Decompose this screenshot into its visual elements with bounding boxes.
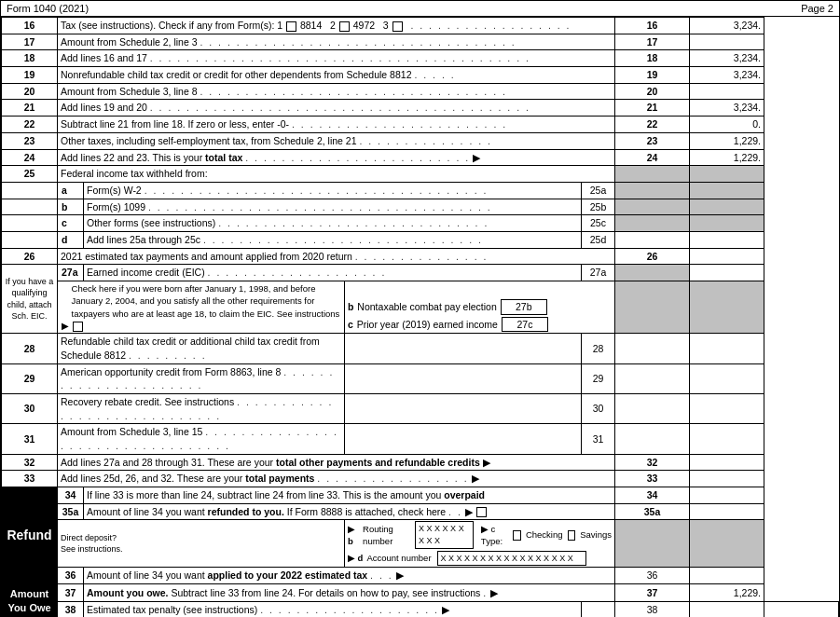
- line-30-label: Recovery rebate credit. See instructions…: [58, 393, 345, 423]
- line-32-num: 32: [2, 454, 58, 471]
- type-label: ▶ c Type:: [481, 523, 509, 548]
- line-25a-num: [2, 182, 58, 199]
- line-25d-subamount: [615, 231, 690, 248]
- line-25b-label: Form(s) 1099 . . . . . . . . . . . . . .…: [84, 199, 582, 215]
- table-row: 38 Estimated tax penalty (see instructio…: [2, 601, 839, 617]
- table-row: Direct deposit?See instructions. ▶ b Rou…: [2, 520, 839, 568]
- table-row: 30 Recovery rebate credit. See instructi…: [2, 393, 839, 423]
- line-26-num: 26: [2, 248, 58, 265]
- line-37-label: Amount you owe. Subtract line 33 from li…: [84, 583, 615, 601]
- table-row: Refund 34 If line 33 is more than line 2…: [2, 487, 839, 504]
- line-20-ref: 20: [615, 83, 690, 100]
- line-26-ref: 26: [615, 248, 690, 265]
- checkbox-checking[interactable]: [513, 530, 521, 541]
- line-27b-label: Nontaxable combat pay election: [357, 300, 496, 314]
- line-21-amount: 3,234.: [690, 100, 764, 117]
- line-25c-sublabel: c: [58, 215, 84, 232]
- line-31-label: Amount from Schedule 3, line 15 . . . . …: [58, 424, 345, 454]
- line-33-label: Add lines 25d, 26, and 32. These are you…: [58, 471, 615, 487]
- line-18-ref: 18: [615, 50, 690, 67]
- line-28-num: 28: [2, 334, 58, 363]
- line-18-amount: 3,234.: [690, 50, 764, 67]
- line-35a-num: 35a: [58, 503, 84, 520]
- line-27a-subamount: [615, 265, 690, 281]
- table-row: 35a Amount of line 34 you want refunded …: [2, 503, 839, 520]
- line-28-amount: [690, 334, 764, 363]
- table-row: 16 Tax (see instructions). Check if any …: [2, 18, 839, 34]
- line-25-num: 25: [2, 166, 58, 183]
- line-25a-amount: [690, 182, 764, 199]
- line-19-amount: 3,234.: [690, 67, 764, 84]
- line-16-ref: 16: [615, 18, 690, 34]
- table-row: 24 Add lines 22 and 23. This is your tot…: [2, 149, 839, 166]
- checkbox-4972[interactable]: [339, 21, 350, 32]
- line-23-num: 23: [2, 132, 58, 149]
- line-27a-label: Earned income credit (EIC) . . . . . . .…: [84, 265, 582, 281]
- routing-gray: [615, 520, 690, 568]
- line-25d-sublabel: d: [58, 231, 84, 248]
- line-25b-subnum: 25b: [582, 199, 615, 215]
- line-21-ref: 21: [615, 100, 690, 117]
- savings-label: Savings: [580, 528, 612, 541]
- line-36-num: 36: [58, 568, 84, 584]
- line-35a-label: Amount of line 34 you want refunded to y…: [84, 503, 615, 520]
- table-row: 18 Add lines 16 and 17 . . . . . . . . .…: [2, 50, 839, 67]
- line-38-amount: [764, 601, 839, 617]
- line-18-label: Add lines 16 and 17 . . . . . . . . . . …: [58, 50, 615, 67]
- line-27a-amount: [690, 265, 764, 281]
- table-row: 19 Nonrefundable child tax credit or cre…: [2, 67, 839, 84]
- line-30-num: 30: [2, 393, 58, 423]
- table-row: 33 Add lines 25d, 26, and 32. These are …: [2, 471, 839, 487]
- line-33-num: 33: [2, 471, 58, 487]
- line-38-label: Estimated tax penalty (see instructions)…: [84, 601, 582, 617]
- checkbox-8814[interactable]: [286, 21, 296, 32]
- line-27bc-container: b Nontaxable combat pay election 27b c P…: [344, 281, 614, 334]
- line-37-amount: 1,229.: [690, 583, 764, 601]
- line-31-num: 31: [2, 424, 58, 454]
- line-25c-subamount: [615, 215, 690, 232]
- direct-deposit-label: Direct deposit?See instructions.: [58, 520, 345, 568]
- table-row: 25 Federal income tax withheld from:: [2, 166, 839, 183]
- table-row: 36 Amount of line 34 you want applied to…: [2, 568, 839, 584]
- line-25c-label: Other forms (see instructions) . . . . .…: [84, 215, 582, 232]
- line-34-amount: [690, 487, 764, 504]
- line-32-amount: [690, 454, 764, 471]
- line-34-label: If line 33 is more than line 24, subtrac…: [84, 487, 615, 504]
- line-32-label: Add lines 27a and 28 through 31. These a…: [58, 454, 615, 471]
- line-35a-ref: 35a: [615, 503, 690, 520]
- form-page: Form 1040 (2021) Page 2 16 Tax (see inst…: [0, 0, 840, 617]
- line-29-label: American opportunity credit from Form 88…: [58, 363, 345, 393]
- routing-gray2: [690, 520, 764, 568]
- line-26-amount: [690, 248, 764, 265]
- table-row: 23 Other taxes, including self-employmen…: [2, 132, 839, 149]
- line-25d-amount: [690, 231, 764, 248]
- checkbox-3[interactable]: [392, 21, 403, 32]
- line-18-num: 18: [2, 50, 58, 67]
- checkbox-8888[interactable]: [476, 507, 487, 517]
- routing-number-field[interactable]: X X X X X X X X X: [415, 521, 474, 548]
- table-row: 21 Add lines 19 and 20 . . . . . . . . .…: [2, 100, 839, 117]
- line-37-ref: 37: [615, 583, 690, 601]
- checkbox-savings[interactable]: [568, 530, 576, 541]
- line-38-subamount: [690, 601, 764, 617]
- line-35a-amount: [690, 503, 764, 520]
- routing-b-label: ▶ b: [348, 523, 359, 548]
- line-19-num: 19: [2, 67, 58, 84]
- account-d-label: ▶ d: [348, 552, 363, 564]
- checkbox-eic[interactable]: [73, 322, 83, 332]
- line-25a-subnum: 25a: [582, 182, 615, 199]
- line-22-label: Subtract line 21 from line 18. If zero o…: [58, 117, 615, 133]
- line-27b-subnum: 27b: [501, 299, 547, 315]
- line-38-subnum: 38: [615, 601, 690, 617]
- line-22-ref: 22: [615, 117, 690, 133]
- line-27c-sublabel: c: [348, 318, 353, 332]
- account-label: Account number: [366, 552, 431, 564]
- account-number-field[interactable]: X X X X X X X X X X X X X X X X X: [437, 551, 586, 567]
- line-17-ref: 17: [615, 34, 690, 50]
- line-36-label: Amount of line 34 you want applied to yo…: [84, 568, 615, 584]
- table-row: a Form(s) W-2 . . . . . . . . . . . . . …: [2, 182, 839, 199]
- line-23-ref: 23: [615, 132, 690, 149]
- line-33-ref: 33: [615, 471, 690, 487]
- table-row: d Add lines 25a through 25c . . . . . . …: [2, 231, 839, 248]
- line-23-amount: 1,229.: [690, 132, 764, 149]
